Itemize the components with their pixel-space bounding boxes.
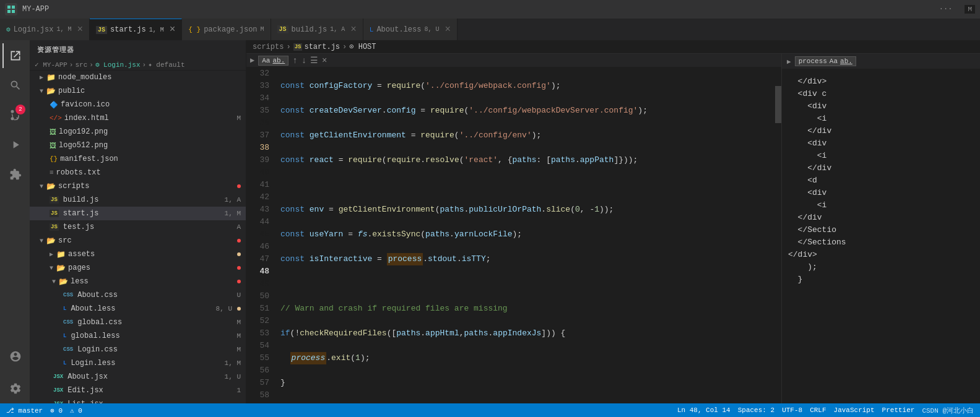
search-box[interactable]: Aa ab. <box>258 56 288 66</box>
tree-item-list-jsx[interactable]: JSX List.jsx <box>30 397 246 403</box>
app-icon <box>5 3 17 15</box>
list-icon[interactable]: ☰ <box>310 55 318 66</box>
tree-label: About.css <box>77 291 232 299</box>
status-errors[interactable]: ⊗ 0 <box>50 406 63 415</box>
file-jsx-icon: JSX <box>53 374 63 380</box>
status-warnings[interactable]: ⚠ 0 <box>70 406 82 415</box>
arrow-up-icon[interactable]: ↑ <box>292 56 297 66</box>
status-spaces[interactable]: Spaces: 2 <box>738 406 774 414</box>
tree-item-login-css[interactable]: CSS Login.css M <box>30 343 246 356</box>
file-ico-icon: 🔷 <box>50 101 58 109</box>
arrow-down-icon[interactable]: ↓ <box>301 56 306 66</box>
chevron-down-icon: ▼ <box>40 183 43 190</box>
tree-item-test-js[interactable]: JS test.js A <box>30 220 246 234</box>
file-img-icon: 🖼 <box>50 142 56 150</box>
tree-item-start-js[interactable]: JS start.js 1, M <box>30 207 246 220</box>
activity-accounts[interactable] <box>2 344 27 369</box>
activity-source-control[interactable]: 2 <box>2 103 27 127</box>
tree-item-logo512[interactable]: 🖼 logo512.png <box>30 139 246 152</box>
file-badge: M <box>236 114 241 122</box>
tab-close-icon[interactable]: × <box>170 24 176 35</box>
file-badge: 1 <box>236 387 241 394</box>
status-encoding[interactable]: UTF-8 <box>782 406 802 414</box>
tree-item-global-css[interactable]: CSS global.css M <box>30 316 246 329</box>
file-js-icon: JS <box>50 210 59 217</box>
sidebar-title: MY-APP <box>22 5 49 14</box>
tab-close-icon[interactable]: × <box>77 24 83 35</box>
code-content[interactable]: const configFactory = require('../config… <box>274 67 775 403</box>
tree-item-public[interactable]: ▼ 📂 public <box>30 84 246 98</box>
tree-item-edit-jsx[interactable]: JSX Edit.jsx 1 <box>30 384 246 397</box>
status-ln-col[interactable]: Ln 48, Col 14 <box>677 406 731 414</box>
sidebar-title-label: 资源管理器 <box>37 45 74 54</box>
folder-icon: 📁 <box>46 73 56 82</box>
tree-item-assets[interactable]: ▶ 📁 assets <box>30 247 246 261</box>
tree-item-about-less[interactable]: L About.less 8, U <box>30 302 246 316</box>
tab-login-jsx[interactable]: ⚙ Login.jsx 1, M × <box>0 19 90 40</box>
title-dots[interactable]: ··· <box>939 5 953 14</box>
tab-about-less[interactable]: L About.less 8, U × <box>363 19 457 40</box>
tab-package-json[interactable]: { } package.json M <box>182 19 271 40</box>
status-prettier[interactable]: Prettier <box>882 406 915 414</box>
tree-item-robots[interactable]: ≡ robots.txt <box>30 166 246 179</box>
tree-item-scripts[interactable]: ▼ 📂 scripts <box>30 179 246 193</box>
mini-scrollbar-thumb <box>775 86 781 123</box>
folder-open-icon: 📂 <box>56 264 66 273</box>
status-author: CSDN @河北小白 <box>922 406 974 415</box>
tree-item-favicon[interactable]: 🔷 favicon.ico <box>30 98 246 111</box>
tree-item-node-modules[interactable]: ▶ 📁 node_modules <box>30 71 246 84</box>
tree-item-build-js[interactable]: JS build.js 1, A <box>30 193 246 207</box>
file-badge: 8, U <box>216 305 232 312</box>
tree-item-about-css[interactable]: CSS About.css U <box>30 288 246 302</box>
code-line-41: // Warn and crash if required files are … <box>280 303 769 315</box>
code-scroll[interactable]: 32 33 34 35 36 37 38 39 40 41 42 43 <box>246 67 781 403</box>
tree-item-index-html[interactable]: </> index.html M <box>30 111 246 125</box>
status-eol[interactable]: CRLF <box>810 406 826 414</box>
right-search-ab: ab. <box>840 58 852 65</box>
code-line-37: const env = getClientEnvironment(paths.p… <box>280 204 769 216</box>
tree-label: assets <box>68 250 232 259</box>
activity-bar: 2 <box>0 40 30 403</box>
tab-build-js[interactable]: JS build.js 1, A × <box>271 19 363 40</box>
tree-label: public <box>58 87 241 95</box>
tree-item-pages[interactable]: ▼ 📂 pages <box>30 261 246 275</box>
tree-item-less[interactable]: ▼ 📂 less <box>30 275 246 288</box>
mini-scrollbar[interactable] <box>775 67 781 403</box>
right-search-box[interactable]: process Aa ab. <box>795 56 856 66</box>
activity-explorer[interactable] <box>2 43 27 68</box>
tree-label: logo192.png <box>59 127 241 136</box>
tree-item-manifest[interactable]: {} manifest.json <box>30 152 246 166</box>
code-line-38: const useYarn = fs.existsSync(paths.yarn… <box>280 228 769 241</box>
activity-run[interactable] <box>2 132 27 157</box>
tab-close-icon[interactable]: × <box>444 24 451 35</box>
tab-start-js[interactable]: JS start.js 1, M × <box>90 19 182 40</box>
file-txt-icon: ≡ <box>50 169 54 176</box>
activity-search[interactable] <box>2 73 27 98</box>
activity-settings[interactable] <box>2 376 27 401</box>
breadcrumb-host: ⊙ HOST <box>349 42 376 51</box>
tab-badge: 8, U <box>424 26 439 33</box>
tree-label: test.js <box>63 223 232 231</box>
sidebar: 资源管理器 ✓ MY-APP › src › ⚙ Login.jsx › ✦ d… <box>30 40 246 403</box>
tree-item-about-jsx[interactable]: JSX About.jsx 1, U <box>30 370 246 384</box>
activity-extensions[interactable] <box>2 162 27 187</box>
code-line-36 <box>280 179 769 191</box>
tree-item-global-less[interactable]: L global.less M <box>30 329 246 343</box>
status-branch[interactable]: ⎇ master <box>6 406 43 415</box>
breadcrumb-scripts: scripts <box>253 43 284 51</box>
go-to-line-icon[interactable]: ▶ <box>250 56 254 65</box>
tree-item-login-less[interactable]: L Login.less 1, M <box>30 356 246 370</box>
tab-close-icon[interactable]: × <box>350 24 357 35</box>
svg-rect-1 <box>12 6 15 9</box>
tree-item-logo192[interactable]: 🖼 logo192.png <box>30 125 246 139</box>
tree-item-src[interactable]: ▼ 📂 src <box>30 234 246 247</box>
modified-badge: M <box>965 5 975 14</box>
tree-label: build.js <box>63 196 220 204</box>
file-badge: 1, A <box>225 196 241 204</box>
status-language[interactable]: JavaScript <box>834 406 875 414</box>
right-panel-arrow[interactable]: ▶ <box>787 58 791 66</box>
close-icon[interactable]: × <box>322 56 327 66</box>
right-code-content[interactable]: </div> <div c <div <i </div <div <i </di… <box>782 69 980 403</box>
sidebar-header: 资源管理器 <box>30 40 246 59</box>
tab-label: start.js <box>110 25 146 34</box>
